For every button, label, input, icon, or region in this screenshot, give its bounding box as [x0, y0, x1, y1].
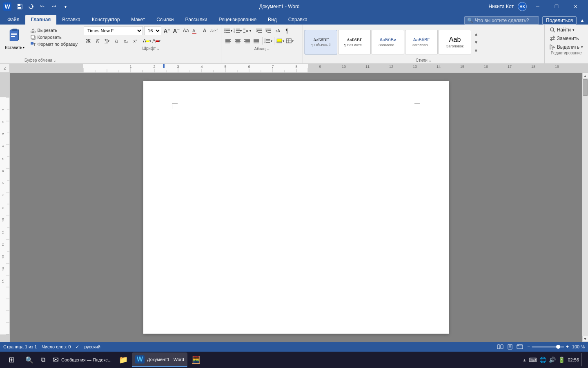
paragraph-expand-icon[interactable]: ⌄ — [267, 47, 270, 51]
line-spacing-button[interactable]: ▾ — [264, 36, 273, 45]
multilevel-list-button[interactable]: ▾ — [243, 26, 252, 35]
font-expand-icon[interactable]: ⌄ — [156, 46, 160, 51]
tab-layout[interactable]: Макет — [125, 15, 151, 25]
network-tray-icon[interactable]: 🌐 — [539, 357, 546, 363]
zoom-track[interactable] — [532, 346, 564, 348]
decrease-indent-button[interactable] — [254, 26, 263, 35]
phonetics-button[interactable]: ルビ — [209, 26, 218, 35]
find-button[interactable]: Найти ▾ — [547, 26, 586, 34]
align-right-button[interactable] — [243, 36, 252, 45]
minimize-button[interactable]: ─ — [528, 0, 547, 13]
text-effects-button[interactable]: А — [200, 26, 209, 35]
font-name-select[interactable]: Times New F — [84, 26, 143, 35]
scroll-up-button[interactable]: ▲ — [582, 73, 588, 79]
sound-tray-icon[interactable]: 🔊 — [549, 357, 556, 363]
tab-insert[interactable]: Вставка — [56, 15, 86, 25]
undo-button[interactable] — [38, 2, 47, 11]
clipboard-expand-icon[interactable]: ⌄ — [53, 58, 56, 63]
underline-button[interactable]: Ч ▾ — [102, 36, 111, 45]
tray-up-arrow-icon[interactable]: ▲ — [523, 358, 527, 362]
tab-home[interactable]: Главная — [25, 15, 57, 25]
word-taskbar-button[interactable]: W Документ1 - Word — [132, 352, 187, 367]
start-button[interactable]: ⊞ — [2, 352, 21, 367]
change-case-button[interactable]: Аа — [181, 26, 190, 35]
ribbon-search-input[interactable] — [475, 18, 536, 23]
copy-button[interactable]: Копировать — [29, 34, 79, 40]
style-heading1[interactable]: АаБбВи Заголово... — [372, 30, 404, 54]
language-label[interactable]: русский — [84, 344, 100, 349]
document-page[interactable] — [143, 81, 449, 334]
align-center-button[interactable] — [233, 36, 242, 45]
tab-mailings[interactable]: Рассылки — [180, 15, 213, 25]
format-painter-button[interactable]: Формат по образцу — [29, 41, 79, 47]
scroll-track[interactable] — [582, 79, 588, 336]
ribbon-search[interactable]: 🔍 — [464, 16, 539, 25]
superscript-button[interactable]: x² — [131, 36, 140, 45]
read-mode-button[interactable] — [496, 343, 504, 350]
zoom-in-button[interactable]: + — [566, 344, 569, 350]
style-title[interactable]: Ааb Заголовок — [439, 30, 471, 54]
style-no-spacing[interactable]: АаБбВГ ¶ Без инте... — [338, 30, 371, 54]
keyboard-tray-icon[interactable]: ⌨ — [529, 357, 537, 363]
document-content[interactable] — [172, 105, 420, 310]
bullets-button[interactable]: ▾ — [224, 26, 233, 35]
clock-display[interactable]: 02:56 — [568, 357, 579, 363]
italic-button[interactable]: К — [93, 36, 102, 45]
tab-review[interactable]: Рецензирование — [213, 15, 262, 25]
borders-button[interactable]: ▾ — [285, 36, 294, 45]
scroll-down-button[interactable]: ▼ — [582, 336, 588, 342]
web-layout-button[interactable] — [516, 343, 524, 350]
bold-button[interactable]: Ж — [84, 36, 93, 45]
increase-indent-button[interactable] — [264, 26, 273, 35]
explorer-taskbar-button[interactable]: 📁 — [116, 352, 131, 367]
strikethrough-button[interactable]: a — [112, 36, 121, 45]
restore-button[interactable]: ❐ — [547, 0, 566, 13]
show-desktop-button[interactable] — [581, 353, 583, 366]
styles-scroll-down[interactable]: ▼ — [473, 38, 479, 46]
font-color-button[interactable]: А ▾ — [152, 36, 161, 45]
text-highlight-button[interactable]: А ▾ — [143, 36, 151, 45]
customize-quick-access-button[interactable]: ▾ — [60, 2, 70, 11]
task-view-button[interactable]: ⧉ — [38, 352, 49, 367]
styles-scroll-up[interactable]: ▲ — [473, 30, 479, 38]
zoom-percent[interactable]: 100 % — [570, 344, 585, 349]
style-normal[interactable]: АаБбВГ ¶ Обычный — [305, 30, 337, 54]
redo-button[interactable] — [49, 2, 59, 11]
spell-check-icon[interactable]: ✓ — [76, 344, 79, 350]
subscript-button[interactable]: x₂ — [121, 36, 130, 45]
zoom-out-button[interactable]: − — [527, 344, 530, 350]
print-layout-button[interactable] — [506, 343, 514, 350]
user-avatar[interactable]: НК — [518, 2, 527, 11]
tab-file[interactable]: Файл — [2, 15, 25, 25]
font-grow-button[interactable]: A⁺ — [163, 26, 172, 35]
tab-design[interactable]: Конструктор — [86, 15, 125, 25]
save-button[interactable] — [15, 2, 24, 11]
close-button[interactable]: ✕ — [566, 0, 585, 13]
style-heading2[interactable]: АаБбВГ Заголово... — [405, 30, 438, 54]
clear-formatting-button[interactable]: А — [191, 26, 200, 35]
tab-references[interactable]: Ссылки — [151, 15, 179, 25]
justify-button[interactable] — [252, 36, 261, 45]
tab-view[interactable]: Вид — [262, 15, 283, 25]
styles-expand-icon[interactable]: ⌄ — [428, 58, 432, 63]
calc-taskbar-button[interactable]: 🧮 — [188, 352, 204, 367]
shading-button[interactable]: ▾ — [276, 36, 285, 45]
paste-button[interactable]: Вставить ▾ — [2, 26, 28, 52]
cut-button[interactable]: Вырезать — [29, 27, 79, 34]
ruler-corner[interactable]: ⊿ — [0, 64, 10, 73]
battery-tray-icon[interactable]: 🔋 — [558, 357, 565, 363]
collapse-ribbon-button[interactable]: ▲ — [580, 18, 585, 23]
autosave-button[interactable] — [26, 2, 36, 11]
document-area[interactable] — [10, 73, 582, 342]
align-left-button[interactable] — [224, 36, 233, 45]
sort-button[interactable]: ↕А — [273, 26, 282, 35]
tab-help[interactable]: Справка — [283, 15, 313, 25]
mail-taskbar-button[interactable]: ✉ Сообщения — Яндекс... — [49, 352, 115, 367]
styles-expand[interactable]: ≡ — [473, 47, 479, 54]
font-size-select[interactable]: 16 — [144, 26, 161, 35]
show-marks-button[interactable]: ¶ — [283, 26, 292, 35]
scroll-thumb[interactable] — [583, 79, 588, 96]
select-button[interactable]: Выделить ▾ — [547, 43, 586, 51]
share-button[interactable]: Поделиться — [542, 16, 577, 25]
zoom-thumb[interactable] — [556, 345, 560, 349]
